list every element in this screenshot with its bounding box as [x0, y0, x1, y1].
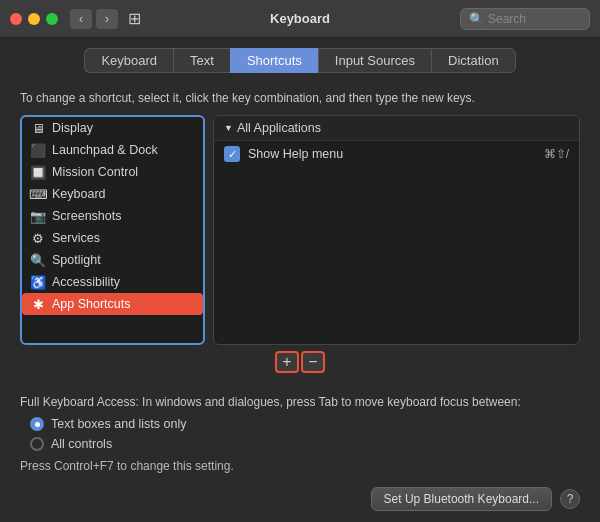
checkbox-checked[interactable]: ✓ — [224, 146, 240, 162]
radio-all-controls[interactable]: All controls — [30, 437, 580, 451]
sidebar-item-accessibility[interactable]: ♿ Accessibility — [22, 271, 203, 293]
sidebar-item-accessibility-label: Accessibility — [52, 275, 120, 289]
sidebar-item-mission-control[interactable]: 🔲 Mission Control — [22, 161, 203, 183]
left-panel: 🖥 Display ⬛ Launchpad & Dock 🔲 Mission C… — [20, 115, 205, 345]
sidebar-item-launchpad-label: Launchpad & Dock — [52, 143, 158, 157]
sidebar-item-spotlight-label: Spotlight — [52, 253, 101, 267]
remove-shortcut-button[interactable]: − — [301, 351, 325, 373]
tab-dictation[interactable]: Dictation — [431, 48, 516, 73]
sidebar-item-mission-label: Mission Control — [52, 165, 138, 179]
footer: Set Up Bluetooth Keyboard... ? — [0, 479, 600, 519]
main-content: To change a shortcut, select it, click t… — [0, 81, 600, 383]
tab-keyboard[interactable]: Keyboard — [84, 48, 173, 73]
keyboard-icon: ⌨ — [30, 186, 46, 202]
row-shortcut: ⌘⇧/ — [544, 147, 569, 161]
sidebar-item-spotlight[interactable]: 🔍 Spotlight — [22, 249, 203, 271]
radio-text-boxes-circle[interactable] — [30, 417, 44, 431]
close-button[interactable] — [10, 13, 22, 25]
grid-button[interactable]: ⊞ — [128, 9, 141, 28]
sidebar-item-screenshots-label: Screenshots — [52, 209, 121, 223]
display-icon: 🖥 — [30, 120, 46, 136]
screenshots-icon: 📷 — [30, 208, 46, 224]
tab-text[interactable]: Text — [173, 48, 230, 73]
radio-text-boxes[interactable]: Text boxes and lists only — [30, 417, 580, 431]
app-shortcuts-icon: ✱ — [30, 296, 46, 312]
minimize-button[interactable] — [28, 13, 40, 25]
tab-input-sources[interactable]: Input Sources — [318, 48, 431, 73]
sidebar-item-services[interactable]: ⚙ Services — [22, 227, 203, 249]
search-box[interactable]: 🔍 Search — [460, 8, 590, 30]
title-bar: ‹ › ⊞ Keyboard 🔍 Search — [0, 0, 600, 38]
chevron-down-icon: ▼ — [224, 123, 233, 133]
add-remove-row: + − — [20, 351, 580, 373]
setup-bluetooth-button[interactable]: Set Up Bluetooth Keyboard... — [371, 487, 552, 511]
sidebar-item-display[interactable]: 🖥 Display — [22, 117, 203, 139]
maximize-button[interactable] — [46, 13, 58, 25]
instruction-text: To change a shortcut, select it, click t… — [20, 91, 580, 105]
sidebar-item-keyboard[interactable]: ⌨ Keyboard — [22, 183, 203, 205]
launchpad-icon: ⬛ — [30, 142, 46, 158]
sidebar-item-app-shortcuts[interactable]: ✱ App Shortcuts — [22, 293, 203, 315]
tab-shortcuts[interactable]: Shortcuts — [230, 48, 318, 73]
radio-all-controls-circle[interactable] — [30, 437, 44, 451]
accessibility-icon: ♿ — [30, 274, 46, 290]
right-panel-header: ▼ All Applications — [214, 116, 579, 141]
table-row[interactable]: ✓ Show Help menu ⌘⇧/ — [214, 141, 579, 167]
right-panel-title: All Applications — [237, 121, 321, 135]
panels: 🖥 Display ⬛ Launchpad & Dock 🔲 Mission C… — [20, 115, 580, 345]
row-label: Show Help menu — [248, 147, 536, 161]
right-panel: ▼ All Applications ✓ Show Help menu ⌘⇧/ — [213, 115, 580, 345]
help-button[interactable]: ? — [560, 489, 580, 509]
back-button[interactable]: ‹ — [70, 9, 92, 29]
control-text: Press Control+F7 to change this setting. — [20, 459, 580, 473]
sidebar-item-launchpad[interactable]: ⬛ Launchpad & Dock — [22, 139, 203, 161]
add-shortcut-button[interactable]: + — [275, 351, 299, 373]
forward-button[interactable]: › — [96, 9, 118, 29]
sidebar-item-app-shortcuts-label: App Shortcuts — [52, 297, 131, 311]
full-keyboard-access-text: Full Keyboard Access: In windows and dia… — [20, 395, 580, 409]
sidebar-item-screenshots[interactable]: 📷 Screenshots — [22, 205, 203, 227]
tab-bar: Keyboard Text Shortcuts Input Sources Di… — [0, 38, 600, 81]
spotlight-icon: 🔍 — [30, 252, 46, 268]
mission-control-icon: 🔲 — [30, 164, 46, 180]
window-title: Keyboard — [270, 11, 330, 26]
sidebar-item-services-label: Services — [52, 231, 100, 245]
radio-text-boxes-label: Text boxes and lists only — [51, 417, 187, 431]
search-placeholder: Search — [488, 12, 526, 26]
radio-all-controls-label: All controls — [51, 437, 112, 451]
traffic-lights — [10, 13, 58, 25]
nav-buttons: ‹ › — [70, 9, 118, 29]
sidebar-item-display-label: Display — [52, 121, 93, 135]
search-icon: 🔍 — [469, 12, 484, 26]
sidebar-item-keyboard-label: Keyboard — [52, 187, 106, 201]
bottom-section: Full Keyboard Access: In windows and dia… — [0, 383, 600, 479]
radio-group: Text boxes and lists only All controls — [30, 417, 580, 451]
services-icon: ⚙ — [30, 230, 46, 246]
